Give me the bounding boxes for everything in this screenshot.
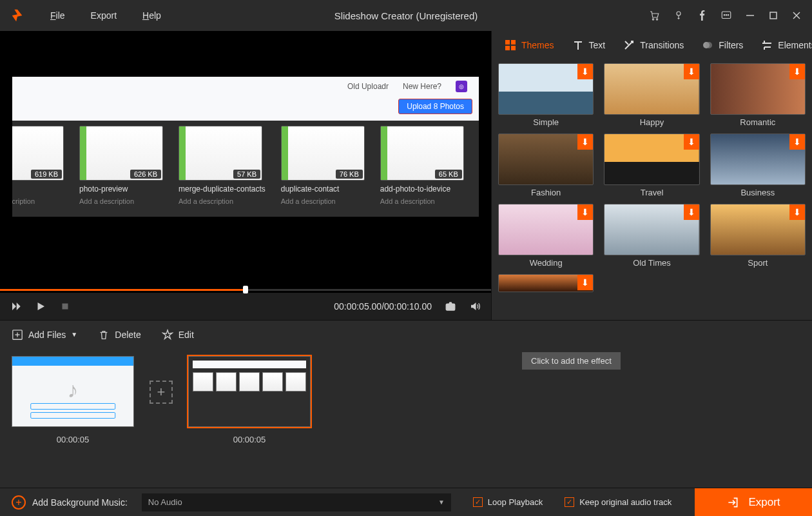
bottom-bar: + Add Background Music: No Audio ▼ ✓Loop… (0, 488, 812, 516)
keep-audio-checkbox[interactable]: ✓Keep original audio track (565, 497, 672, 507)
download-icon[interactable]: ⬇ (789, 134, 805, 150)
maximize-icon[interactable] (768, 10, 778, 21)
menu-help[interactable]: Help (142, 10, 161, 21)
clip-2[interactable]: 00:00:05 (188, 356, 311, 444)
minimize-icon[interactable] (745, 10, 755, 21)
preview-canvas: Old Uploadr New Here? ◎ Upload 8 Photos … (0, 31, 491, 286)
svg-rect-15 (511, 40, 516, 45)
svg-point-6 (728, 15, 729, 16)
app-logo-icon (10, 8, 24, 23)
theme-fashion[interactable]: ⬇Fashion (498, 134, 594, 200)
facebook-icon[interactable] (697, 10, 708, 21)
svg-rect-17 (511, 46, 516, 50)
link-old-uploadr: Old Uploadr (347, 82, 389, 91)
download-icon[interactable]: ⬇ (577, 134, 593, 150)
add-files-button[interactable]: Add Files ▼ (12, 329, 77, 341)
preview-pane: Old Uploadr New Here? ◎ Upload 8 Photos … (0, 31, 491, 320)
svg-rect-11 (63, 304, 68, 310)
download-icon[interactable]: ⬇ (577, 64, 593, 79)
svg-point-4 (724, 15, 725, 16)
title-bar: File Export Help Slideshow Creator (Unre… (0, 0, 812, 31)
effects-panel: Themes Text Transitions Filters Elements… (491, 31, 812, 320)
export-button[interactable]: Export (695, 488, 812, 517)
storyboard: ♪ 00:00:05 + 00:00:05 Click to add the e… (0, 348, 812, 493)
loop-playback-checkbox[interactable]: ✓Loop Playback (473, 497, 543, 507)
window-title: Slideshow Creator (Unregistered) (334, 10, 478, 21)
svg-point-2 (677, 12, 681, 15)
seek-handle[interactable] (243, 286, 248, 293)
download-icon[interactable]: ⬇ (789, 64, 805, 79)
theme-sport[interactable]: ⬇Sport (710, 204, 806, 270)
badge-icon: ◎ (456, 81, 467, 92)
close-icon[interactable] (791, 10, 802, 21)
svg-point-1 (656, 19, 657, 20)
tab-filters[interactable]: Filters (695, 35, 749, 55)
tab-elements[interactable]: Elements (755, 35, 812, 55)
theme-wedding[interactable]: ⬇Wedding (498, 204, 594, 270)
feedback-icon[interactable] (720, 10, 732, 21)
plus-circle-icon: + (12, 495, 26, 510)
theme-romantic[interactable]: ⬇Romantic (710, 63, 806, 130)
cart-icon[interactable] (648, 10, 660, 21)
download-icon[interactable]: ⬇ (789, 204, 805, 220)
chevron-down-icon: ▼ (438, 499, 445, 506)
volume-icon[interactable] (469, 301, 481, 312)
tab-transitions[interactable]: Transitions (617, 35, 690, 55)
add-transition-slot[interactable]: + (150, 381, 173, 404)
svg-rect-14 (505, 40, 510, 45)
window-controls (648, 10, 802, 21)
theme-simple[interactable]: ⬇Simple (498, 63, 594, 130)
clip-1[interactable]: ♪ 00:00:05 (12, 356, 134, 444)
svg-point-13 (449, 305, 452, 308)
delete-button[interactable]: Delete (98, 329, 140, 341)
effects-tabs: Themes Text Transitions Filters Elements (492, 31, 812, 59)
clip-timestamp: 00:00:05 (57, 435, 90, 444)
fast-play-icon[interactable] (10, 301, 22, 312)
menu-file[interactable]: File (50, 10, 65, 21)
theme-old-times[interactable]: ⬇Old Times (604, 204, 699, 270)
snapshot-icon[interactable] (445, 301, 456, 312)
music-icon: ♪ (68, 377, 79, 402)
clip-timestamp: 00:00:05 (233, 435, 266, 444)
download-icon[interactable]: ⬇ (684, 64, 699, 79)
menu-export[interactable]: Export (91, 10, 117, 21)
main-menu: File Export Help (50, 10, 161, 21)
edit-button[interactable]: Edit (162, 329, 194, 341)
download-icon[interactable]: ⬇ (577, 204, 593, 220)
download-icon[interactable]: ⬇ (684, 134, 699, 150)
link-new-here: New Here? (403, 82, 441, 91)
svg-rect-16 (505, 46, 510, 50)
time-display: 00:00:05.00/00:00:10.00 (334, 301, 432, 312)
upload-button: Upload 8 Photos (398, 99, 472, 114)
add-bg-music[interactable]: + Add Background Music: (12, 495, 128, 510)
seek-bar[interactable] (0, 286, 491, 293)
chevron-down-icon: ▼ (71, 331, 77, 338)
play-icon[interactable] (35, 301, 46, 312)
theme-extra[interactable]: ⬇ (498, 274, 594, 292)
svg-point-19 (706, 42, 712, 48)
playback-controls: 00:00:05.00/00:00:10.00 (0, 293, 491, 320)
preview-content: Old Uploadr New Here? ◎ Upload 8 Photos … (12, 76, 479, 217)
tab-text[interactable]: Text (566, 35, 612, 55)
theme-happy[interactable]: ⬇Happy (604, 63, 699, 130)
key-icon[interactable] (673, 10, 684, 21)
download-icon[interactable]: ⬇ (577, 275, 593, 290)
themes-grid: ⬇Simple ⬇Happy ⬇Romantic ⬇Fashion ⬇Trave… (492, 59, 812, 320)
tab-themes[interactable]: Themes (498, 35, 561, 55)
timeline-toolbar: Add Files ▼ Delete Edit (0, 320, 812, 348)
effect-hint[interactable]: Click to add the effect (522, 352, 621, 370)
download-icon[interactable]: ⬇ (684, 204, 699, 220)
theme-business[interactable]: ⬇Business (710, 134, 806, 200)
svg-rect-8 (770, 12, 777, 19)
stop-icon[interactable] (59, 301, 71, 312)
svg-point-0 (652, 19, 653, 20)
svg-point-5 (726, 15, 727, 16)
audio-select[interactable]: No Audio ▼ (142, 493, 451, 511)
theme-travel[interactable]: ⬇Travel (604, 134, 699, 200)
